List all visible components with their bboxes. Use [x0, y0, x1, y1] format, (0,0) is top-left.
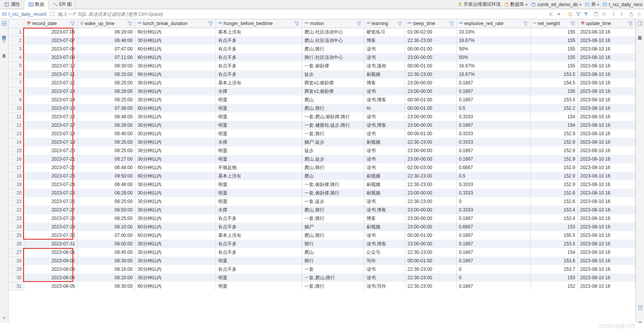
row-number[interactable]: 30 [8, 273, 24, 282]
cell-motion[interactable]: 一套,俯卧撑 [302, 62, 364, 70]
table-row[interactable]: 202023-07-2506:28:0030分钟以内明显一套,俯卧撑,骑行刷视频… [8, 189, 636, 197]
row-number[interactable]: 28 [8, 257, 24, 265]
cell-learning[interactable]: 刷视频 [364, 189, 405, 197]
cell-net_weight[interactable]: 153.5 [530, 240, 578, 248]
cell-sleep_time[interactable]: 23:00-00:00 [405, 121, 456, 129]
row-number[interactable]: 2 [8, 36, 24, 45]
table-row[interactable]: 72023-07-1206:25:0030分钟以内基本上没有两套x2,俯卧撑博客… [8, 79, 636, 87]
cell-hunger_before_bedtime[interactable]: 水撑 [216, 87, 302, 96]
cell-hunger_before_bedtime[interactable]: 基本上没有 [216, 79, 302, 87]
cell-sleep_time[interactable]: 00:00-01:00 [405, 96, 456, 104]
cell-explosive_red_rate[interactable]: 0.3333 [456, 206, 530, 214]
cell-sleep_time[interactable]: 23:00-00:00 [405, 206, 456, 214]
cell-hunger_before_bedtime[interactable]: 不饿反饱 [216, 163, 302, 172]
cell-wake_up_time[interactable]: 06:25:00 [77, 79, 135, 87]
cell-motion[interactable]: 一套,爬山,俯卧撑,骑行 [302, 112, 364, 121]
row-number[interactable]: 8 [8, 87, 24, 96]
table-row[interactable]: 92023-07-1406:25:0030分钟以内明显爬山读书,博客00:00-… [8, 96, 636, 104]
cell-sleep_time[interactable]: 00:00-01:00 [405, 257, 456, 265]
cell-sleep_time[interactable]: 22:30-23:00 [405, 282, 456, 290]
cell-lunch_break_duration[interactable]: 60分钟以内 [135, 104, 216, 112]
cell-update_time[interactable]: 2023-08-10 16 [578, 206, 636, 214]
table-row[interactable]: 62023-07-1106:20:0090分钟以内有点不多徒步刷视频22:30-… [8, 70, 636, 79]
left-rail-text[interactable]: 文本 [1, 48, 7, 52]
cell-wake_up_time[interactable]: 06:48:00 [77, 180, 135, 189]
cell-wake_up_time[interactable]: 06:45:00 [77, 248, 135, 257]
breadcrumb-tables[interactable]: 表 ▾ [583, 1, 601, 8]
cell-sleep_time[interactable]: 23:00-00:00 [405, 214, 456, 223]
row-number[interactable]: 12 [8, 121, 24, 129]
cell-sleep_time[interactable]: 23:00-00:00 [405, 223, 456, 231]
cell-net_weight[interactable]: 152.9 [530, 129, 578, 138]
cell-wake_up_time[interactable]: 07:11:00 [77, 53, 135, 62]
cell-lunch_break_duration[interactable]: 30分钟以内 [135, 112, 216, 121]
cell-record_date[interactable]: 2023-07-24 [24, 180, 78, 189]
cell-record_date[interactable]: 2023-08-02 [24, 257, 78, 265]
cell-wake_up_time[interactable]: 06:48:00 [77, 163, 135, 172]
cell-hunger_before_bedtime[interactable]: 有点不多 [216, 248, 302, 257]
cell-explosive_red_rate[interactable]: 0.6667 [456, 163, 530, 172]
column-header-lunch_break_duration[interactable]: ᴬᴮᶜlunch_break_duration [135, 19, 216, 28]
cell-record_date[interactable]: 2023-08-05 [24, 282, 78, 290]
cell-wake_up_time[interactable]: 06:25:00 [77, 146, 135, 155]
column-header-learning[interactable]: ᴬᴮᶜlearning [364, 19, 405, 28]
column-header-hunger_before_bedtime[interactable]: ᴬᴮᶜhunger_before_bedtime [216, 19, 302, 28]
cell-lunch_break_duration[interactable]: 90分钟以内 [135, 70, 216, 79]
cell-lunch_break_duration[interactable]: 60分钟以内 [135, 45, 216, 53]
cell-record_date[interactable]: 2023-07-13 [24, 87, 78, 96]
cell-wake_up_time[interactable]: 06:50:00 [77, 206, 135, 214]
cell-hunger_before_bedtime[interactable]: 基本上没有 [216, 231, 302, 240]
cell-explosive_red_rate[interactable]: 50% [456, 53, 530, 62]
cell-net_weight[interactable]: 152.9 [530, 163, 578, 172]
cell-hunger_before_bedtime[interactable]: 有点不多 [216, 62, 302, 70]
cell-motion[interactable]: 爬山 [302, 172, 364, 180]
cell-motion[interactable]: 一套,骑行 [302, 129, 364, 138]
cell-motion[interactable]: 爬山,骑行 [302, 231, 364, 240]
table-row[interactable]: 112023-07-1606:48:0030分钟以内明显一套,爬山,俯卧撑,骑行… [8, 112, 636, 121]
cell-hunger_before_bedtime[interactable]: 明显 [216, 180, 302, 189]
nav-first-button[interactable] [548, 11, 555, 18]
cell-lunch_break_duration[interactable]: 30分钟以内 [135, 273, 216, 282]
cell-sleep_time[interactable]: 22:30-23:00 [405, 265, 456, 273]
cell-lunch_break_duration[interactable]: 30分钟以内 [135, 214, 216, 223]
prev-page-button[interactable] [610, 11, 617, 18]
cell-learning[interactable]: 读书 [364, 146, 405, 155]
cell-learning[interactable]: 写作 [364, 257, 405, 265]
sql-table-label[interactable]: t_rxz_daily_record [2, 12, 46, 17]
cell-motion[interactable]: 一套,俯卧撑,骑行 [302, 180, 364, 189]
tab-data[interactable]: 数据 [24, 0, 49, 9]
breadcrumb-databases[interactable]: 数据库 ▾ [502, 1, 529, 8]
cell-wake_up_time[interactable]: 06:25:00 [77, 214, 135, 223]
table-row[interactable]: 12023-07-0606:28:0060分钟以内基本上没有爬山,社区活动中心硬… [8, 28, 636, 36]
cell-wake_up_time[interactable]: 06:30:00 [77, 282, 135, 290]
cell-hunger_before_bedtime[interactable]: 明显 [216, 112, 302, 121]
column-header-record_date[interactable]: 📅record_date [24, 19, 78, 28]
row-number[interactable]: 31 [8, 282, 24, 290]
cell-wake_up_time[interactable]: 06:28:00 [77, 28, 135, 36]
breadcrumb-table[interactable]: t_rxz_daily_reco [601, 2, 644, 7]
cell-update_time[interactable]: 2023-08-10 16 [578, 62, 636, 70]
cell-update_time[interactable]: 2023-08-10 16 [578, 146, 636, 155]
cell-hunger_before_bedtime[interactable]: 有点不多 [216, 265, 302, 273]
cell-wake_up_time[interactable]: 06:27:00 [77, 155, 135, 163]
row-number[interactable]: 7 [8, 79, 24, 87]
cell-record_date[interactable]: 2023-07-17 [24, 121, 78, 129]
table-row[interactable]: 142023-07-1906:25:0030分钟以内水撑躺尸,徒步刷视频22:3… [8, 138, 636, 146]
cell-lunch_break_duration[interactable]: 60分钟以内 [135, 28, 216, 36]
cell-net_weight[interactable]: 152 [530, 282, 578, 290]
cell-update_time[interactable]: 2023-08-10 16 [578, 223, 636, 231]
cell-learning[interactable]: 读书,博客 [364, 121, 405, 129]
cell-motion[interactable]: 爬山,社区活动中心 [302, 36, 364, 45]
cell-explosive_red_rate[interactable]: 33.33% [456, 28, 530, 36]
table-row[interactable]: 232023-07-2806:25:0030分钟以内有点不多一套,骑行博客23:… [8, 214, 636, 223]
table-row[interactable]: 252023-07-3007:00:0060分钟以内基本上没有爬山,骑行读书00… [8, 231, 636, 240]
cell-learning[interactable]: 刷视频 [364, 180, 405, 189]
sql-filter-input[interactable] [58, 12, 545, 17]
cell-sleep_time[interactable]: 22:30-23:00 [405, 197, 456, 206]
right-rail-panel[interactable]: 面板 [637, 30, 643, 35]
cell-net_weight[interactable]: 154 [530, 112, 578, 121]
cell-update_time[interactable]: 2023-08-10 16 [578, 45, 636, 53]
cell-learning[interactable]: 刷视频 [364, 172, 405, 180]
row-number[interactable]: 20 [8, 189, 24, 197]
cell-explosive_red_rate[interactable]: 0.5 [456, 172, 530, 180]
